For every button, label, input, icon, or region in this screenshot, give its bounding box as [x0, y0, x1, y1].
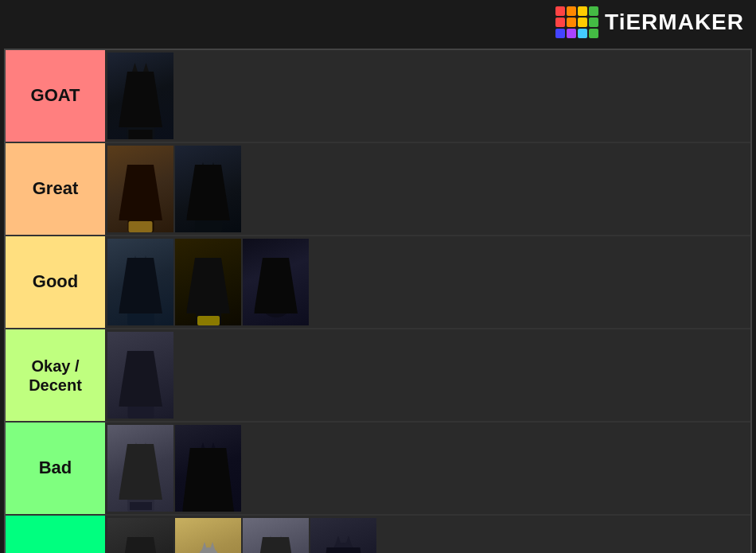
batman-photo-9 [175, 425, 241, 512]
logo-cell [589, 29, 598, 38]
batman-cape-wide-2 [320, 547, 368, 553]
tier-table: GOAT [4, 49, 752, 553]
tier-items-wtf [105, 516, 750, 553]
list-item [107, 518, 173, 553]
logo-cell [567, 6, 576, 16]
logo-cell [578, 6, 587, 16]
batman-cape [119, 444, 162, 500]
batman-photo-11 [175, 518, 241, 553]
tier-items-goat [105, 50, 750, 142]
batman-photo-7 [107, 332, 173, 419]
tier-items-good [105, 236, 750, 328]
batman-cape [119, 72, 162, 127]
logo-cell [555, 29, 565, 38]
list-item [175, 518, 241, 553]
list-item [107, 332, 173, 419]
batman-photo-10 [107, 518, 173, 553]
batman-photo-12 [243, 518, 309, 553]
logo-cell [578, 18, 587, 27]
batman-photo-13 [310, 518, 376, 553]
batman-cape [186, 165, 230, 220]
tier-label-bad: Bad [6, 423, 105, 514]
tier-row-great: Great [6, 143, 750, 236]
logo-cell [567, 29, 576, 38]
tier-items-okay [105, 329, 750, 421]
logo-cell [589, 6, 598, 16]
list-item [107, 146, 173, 232]
tier-row-wtf: Wtf [6, 516, 750, 553]
tier-row-bad: Bad [6, 423, 750, 516]
batman-cape [254, 258, 298, 313]
list-item [175, 239, 241, 325]
logo-cell [589, 18, 598, 27]
tier-label-okay: Okay /Decent [6, 329, 105, 421]
batman-photo-4 [107, 239, 173, 325]
header: TiERMAKER [0, 0, 756, 45]
batman-cape [254, 537, 298, 553]
logo-cell [578, 29, 587, 38]
logo-grid [555, 6, 598, 38]
tier-items-bad [105, 423, 750, 514]
tiermaker-logo: TiERMAKER [555, 6, 744, 38]
batman-photo-5 [175, 239, 241, 325]
batman-cape [186, 258, 230, 313]
list-item [107, 425, 173, 512]
tier-row-okay: Okay /Decent [6, 329, 750, 423]
tier-items-great [105, 143, 750, 235]
list-item [107, 53, 173, 139]
list-item [175, 146, 241, 232]
tier-row-goat: GOAT [6, 50, 750, 143]
batman-photo-3 [175, 146, 241, 232]
batman-photo-2 [107, 146, 173, 232]
list-item [310, 518, 376, 553]
list-item [243, 239, 309, 325]
list-item [107, 239, 173, 325]
logo-cell [555, 18, 565, 27]
logo-cell [555, 6, 565, 16]
tiermaker-logo-text: TiERMAKER [605, 10, 744, 35]
batman-cape-wide [182, 448, 234, 512]
batman-cape [119, 258, 162, 313]
batman-cape [119, 351, 162, 407]
tier-row-good: Good [6, 236, 750, 329]
logo-cell [567, 18, 576, 27]
batman-cape [119, 165, 162, 220]
tier-label-great: Great [6, 143, 105, 235]
batman-cape [119, 537, 162, 553]
batman-photo-1 [107, 53, 173, 139]
tier-label-wtf: Wtf [6, 516, 105, 553]
batman-photo-8 [107, 425, 173, 512]
tier-label-good: Good [6, 236, 105, 328]
batman-photo-6 [243, 239, 309, 325]
list-item [175, 425, 241, 512]
tier-label-goat: GOAT [6, 50, 105, 142]
list-item [243, 518, 309, 553]
